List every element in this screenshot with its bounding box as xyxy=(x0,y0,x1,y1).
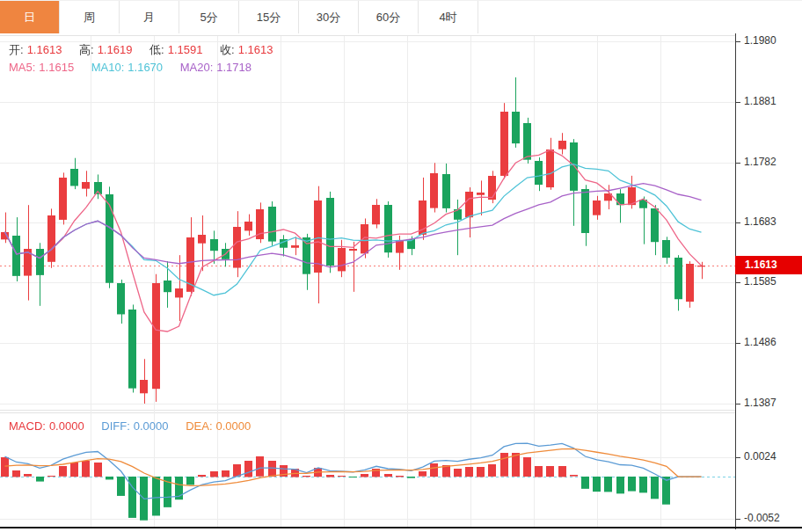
dea-value: 0.0000 xyxy=(216,419,252,433)
ma20-label: MA20: xyxy=(180,61,214,74)
high-label: 高: xyxy=(79,43,94,56)
tab-15min[interactable]: 15分 xyxy=(239,1,299,33)
ma-readout: MA5:1.1615 MA10:1.1670 MA20:1.1718 xyxy=(9,61,255,74)
price-tick-label-5: 1.1486 xyxy=(744,336,776,348)
diff-value: 0.0000 xyxy=(134,419,169,433)
price-tick-label-2-tick xyxy=(736,163,740,164)
price-tick-label-5-tick xyxy=(736,343,740,344)
price-tick-label-4: 1.1585 xyxy=(744,275,776,288)
open-value: 1.1613 xyxy=(27,43,62,56)
tab-week[interactable]: 周 xyxy=(60,1,120,33)
ma10-value: 1.1670 xyxy=(128,61,163,74)
low-value: 1.1591 xyxy=(168,43,203,56)
timeframe-tabbar: 日周月5分15分30分60分4时 xyxy=(0,0,802,35)
close-value: 1.1613 xyxy=(238,43,273,56)
tab-month[interactable]: 月 xyxy=(120,1,179,33)
macd-tick-label-0: 0.0024 xyxy=(744,450,776,463)
ohlc-readout: 开:1.1613 高:1.1619 低:1.1591 收:1.1613 xyxy=(9,42,276,58)
macd-tick-label-0-tick xyxy=(736,457,740,458)
tab-30min[interactable]: 30分 xyxy=(299,1,359,33)
macd-tick-label-1-tick xyxy=(736,519,740,520)
price-tick-label-3-tick xyxy=(736,222,740,223)
tab-4hour[interactable]: 4时 xyxy=(419,1,478,33)
price-tick-label-6-tick xyxy=(736,404,740,404)
macd-value: 0.0000 xyxy=(49,419,84,433)
price-tick-label-1-tick xyxy=(736,102,740,103)
macd-tick-label-1: -0.0052 xyxy=(744,512,780,524)
current-price-badge: 1.1613 xyxy=(735,256,802,274)
high-value: 1.1619 xyxy=(98,43,133,56)
ma5-value: 1.1615 xyxy=(39,61,74,74)
macd-readout: MACD:0.0000 DIFF:0.0000 DEA:0.0000 xyxy=(9,419,254,433)
diff-label: DIFF: xyxy=(101,419,130,433)
price-tick-label-0: 1.1980 xyxy=(744,34,776,47)
price-tick-label-6: 1.1387 xyxy=(744,397,776,409)
macd-label: MACD: xyxy=(9,419,46,433)
dea-label: DEA: xyxy=(186,419,212,433)
forex-chart-app: 日周月5分15分30分60分4时 1.19801.18811.17821.168… xyxy=(0,0,802,532)
bottom-border xyxy=(0,527,802,528)
open-label: 开: xyxy=(9,43,24,56)
price-tick-label-1: 1.1881 xyxy=(744,95,776,107)
price-and-macd-chart-canvas[interactable] xyxy=(0,33,735,529)
close-label: 收: xyxy=(220,43,235,56)
tab-5min[interactable]: 5分 xyxy=(179,1,239,33)
ma20-value: 1.1718 xyxy=(216,61,252,74)
ma10-label: MA10: xyxy=(91,61,125,74)
price-tick-label-3: 1.1683 xyxy=(744,215,776,228)
low-label: 低: xyxy=(149,43,164,56)
tab-60min[interactable]: 60分 xyxy=(359,1,419,33)
chart-area xyxy=(0,33,735,529)
price-tick-label-2: 1.1782 xyxy=(744,156,776,168)
tab-day[interactable]: 日 xyxy=(0,1,60,33)
ma5-label: MA5: xyxy=(9,61,35,74)
price-tick-label-0-tick xyxy=(736,41,740,42)
price-tick-label-4-tick xyxy=(736,282,740,283)
